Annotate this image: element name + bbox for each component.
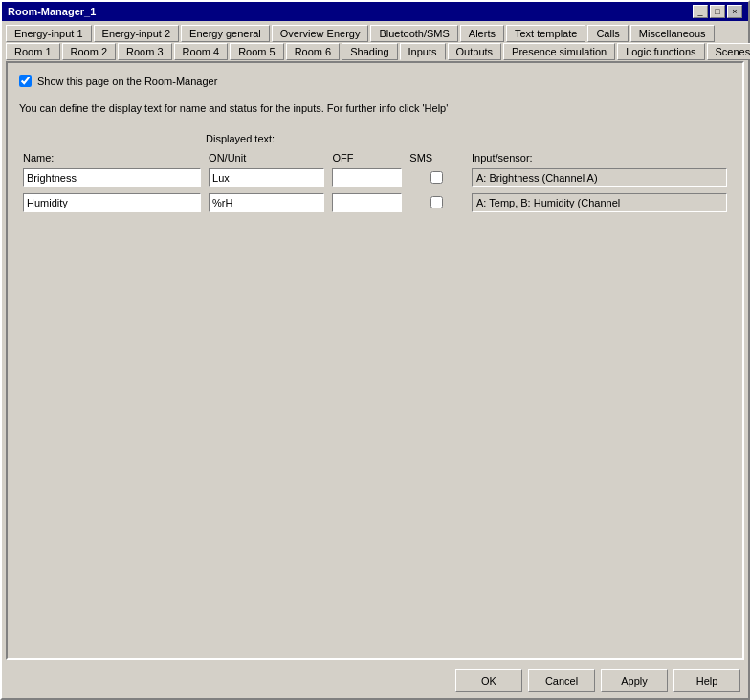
- sensor-humidity: A: Temp, B: Humidity (Channel: [472, 193, 727, 212]
- show-page-label: Show this page on the Room-Manager: [37, 76, 217, 87]
- sms-checkbox-brightness[interactable]: [430, 171, 443, 184]
- col-header-onunit: ON/Unit: [205, 150, 328, 165]
- tab-miscellaneous[interactable]: Miscellaneous: [630, 25, 715, 42]
- bottom-buttons: OK Cancel Apply Help: [2, 664, 748, 698]
- tab-calls[interactable]: Calls: [587, 25, 628, 42]
- col-header-off: OFF: [328, 150, 406, 165]
- tab-overview-energy[interactable]: Overview Energy: [272, 25, 369, 42]
- title-bar-buttons: _ □ ×: [693, 5, 742, 18]
- sms-checkbox-humidity[interactable]: [430, 196, 443, 208]
- tab-text-template[interactable]: Text template: [506, 25, 585, 42]
- tab-row-2: Room 1 Room 2 Room 3 Room 4 Room 5 Room …: [6, 43, 744, 60]
- inputs-table: Name: ON/Unit OFF SMS Input/sensor:: [19, 150, 731, 215]
- tab-room3[interactable]: Room 3: [118, 43, 172, 60]
- tab-presence-simulation[interactable]: Presence simulation: [503, 43, 615, 60]
- col-header-sensor: Input/sensor:: [468, 150, 731, 165]
- tab-energy-general[interactable]: Energy general: [181, 25, 270, 42]
- minimize-button[interactable]: _: [693, 5, 708, 18]
- off-input-humidity[interactable]: [332, 193, 402, 212]
- tab-room5[interactable]: Room 5: [230, 43, 284, 60]
- table-row: A: Temp, B: Humidity (Channel: [19, 190, 731, 215]
- tab-scenes[interactable]: Scenes: [707, 43, 750, 60]
- col-header-name: Name:: [19, 150, 205, 165]
- main-window: Room-Manager_1 _ □ × Energy-input 1 Ener…: [0, 0, 750, 700]
- displayed-text-label: Displayed text:: [206, 133, 275, 144]
- tab-room4[interactable]: Room 4: [174, 43, 229, 60]
- tab-logic-functions[interactable]: Logic functions: [617, 43, 704, 60]
- window-title: Room-Manager_1: [8, 6, 96, 17]
- tab-inputs[interactable]: Inputs: [400, 43, 446, 60]
- title-bar: Room-Manager_1 _ □ ×: [2, 2, 748, 21]
- ok-button[interactable]: OK: [455, 669, 522, 692]
- onunit-input-brightness[interactable]: [209, 168, 324, 187]
- tab-area: Energy-input 1 Energy-input 2 Energy gen…: [2, 21, 748, 61]
- help-button[interactable]: Help: [673, 669, 740, 692]
- tab-room2[interactable]: Room 2: [62, 43, 117, 60]
- tab-shading[interactable]: Shading: [342, 43, 397, 60]
- close-button[interactable]: ×: [727, 5, 742, 18]
- tab-energy-input-1[interactable]: Energy-input 1: [6, 25, 92, 42]
- info-text: You can define the display text for name…: [19, 102, 731, 114]
- tab-room6[interactable]: Room 6: [286, 43, 341, 60]
- off-input-brightness[interactable]: [332, 168, 402, 187]
- cancel-button[interactable]: Cancel: [528, 669, 595, 692]
- show-page-checkbox[interactable]: [19, 75, 32, 87]
- table-row: A: Brightness (Channel A): [19, 165, 731, 190]
- onunit-input-humidity[interactable]: [209, 193, 324, 212]
- name-input-humidity[interactable]: [23, 193, 201, 212]
- tab-room1[interactable]: Room 1: [6, 43, 60, 60]
- show-page-row: Show this page on the Room-Manager: [19, 75, 731, 87]
- tab-bluetooth-sms[interactable]: Bluetooth/SMS: [370, 25, 457, 42]
- tab-energy-input-2[interactable]: Energy-input 2: [94, 25, 180, 42]
- apply-button[interactable]: Apply: [601, 669, 668, 692]
- content-area: Show this page on the Room-Manager You c…: [6, 61, 744, 660]
- maximize-button[interactable]: □: [710, 5, 725, 18]
- sensor-brightness: A: Brightness (Channel A): [472, 168, 727, 187]
- tab-alerts[interactable]: Alerts: [460, 25, 504, 42]
- tab-outputs[interactable]: Outputs: [448, 43, 502, 60]
- col-header-sms: SMS: [406, 150, 468, 165]
- name-input-brightness[interactable]: [23, 168, 201, 187]
- tab-row-1: Energy-input 1 Energy-input 2 Energy gen…: [6, 25, 744, 42]
